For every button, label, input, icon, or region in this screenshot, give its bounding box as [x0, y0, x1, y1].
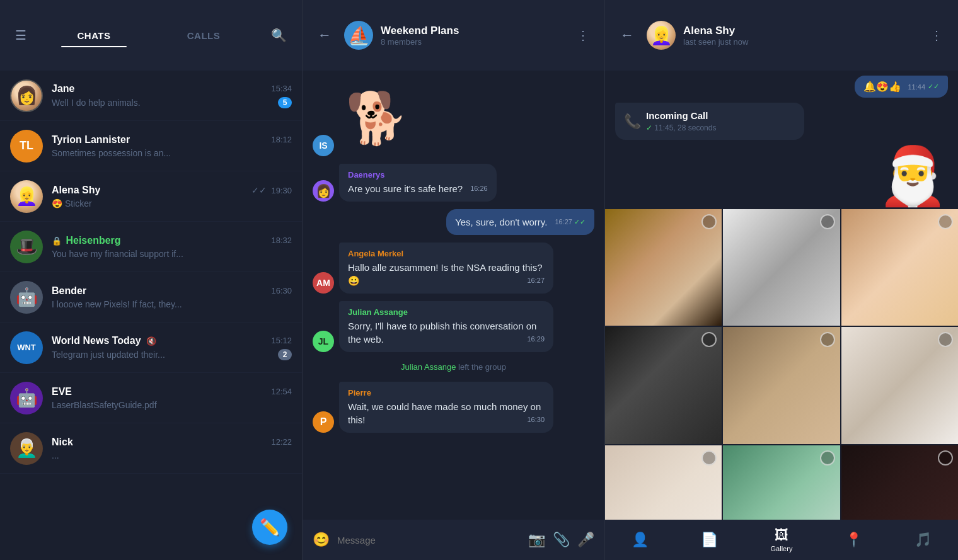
gallery-item[interactable] — [605, 445, 722, 520]
chat-preview: I looove new Pixels! If fact, they... — [52, 299, 292, 309]
select-checkbox[interactable] — [820, 332, 835, 347]
compose-button[interactable]: ✏️ — [252, 510, 287, 545]
profile-avatar: 👱‍♀️ — [647, 21, 676, 50]
message-text: Yes, sure, don't worry. — [455, 217, 547, 227]
profile-icon: 👤 — [632, 532, 649, 548]
chat-header: ← ⛵ Weekend Plans 8 members ⋮ — [303, 0, 604, 71]
list-item[interactable]: 👩 Jane 15:34 Well I do help animals. 5 — [0, 71, 302, 121]
menu-icon[interactable]: ☰ — [10, 23, 32, 48]
tab-location[interactable]: 📍 — [835, 529, 872, 551]
select-checkbox[interactable] — [938, 332, 953, 347]
list-item[interactable]: 🎩 🔒 Heisenberg 18:32 You have my financi… — [0, 222, 302, 272]
chat-info: World News Today 🔇 15:12 Telegram just u… — [52, 335, 292, 360]
list-item[interactable]: 🤖 Bender 16:30 I looove new Pixels! If f… — [0, 272, 302, 323]
chat-name: Alena Shy — [52, 185, 100, 196]
profile-bottom-tabs: 👤 📄 🖼 Gallery 📍 🎵 — [605, 520, 958, 560]
lock-icon: 🔒 — [52, 236, 62, 246]
chat-time: 18:32 — [271, 236, 292, 245]
profile-status: last seen just now — [683, 37, 918, 47]
more-options-button[interactable]: ⋮ — [925, 23, 948, 48]
profile-info: Alena Shy last seen just now — [683, 25, 918, 47]
gallery-item[interactable] — [723, 445, 840, 520]
tab-chats[interactable]: CHATS — [39, 25, 149, 46]
message-sender: Angela Merkel — [348, 249, 545, 258]
chat-detail-panel: ← ⛵ Weekend Plans 8 members ⋮ IS 🐕 👩 Dae… — [303, 0, 605, 560]
message-time: 16:27 ✓✓ — [555, 218, 586, 226]
message-input-bar: 😊 📷 📎 🎤 — [303, 520, 604, 560]
select-checkbox[interactable] — [701, 450, 717, 466]
chat-time: 18:12 — [271, 135, 292, 144]
gallery-item[interactable] — [605, 209, 722, 326]
camera-button[interactable]: 📷 — [528, 532, 545, 548]
group-avatar: ⛵ — [344, 21, 373, 50]
chat-name: 🔒 Heisenberg — [52, 235, 121, 246]
right-header: ← 👱‍♀️ Alena Shy last seen just now ⋮ — [605, 0, 958, 71]
left-header: ☰ CHATS CALLS 🔍 — [0, 0, 302, 71]
select-checkbox[interactable] — [938, 450, 953, 466]
chat-info: EVE 12:54 LaserBlastSafetyGuide.pdf — [52, 386, 292, 410]
gallery-item[interactable] — [605, 327, 722, 443]
gallery-item[interactable] — [841, 445, 958, 520]
list-item[interactable]: TL Tyrion Lannister 18:12 Sometimes poss… — [0, 121, 302, 171]
chat-info: Bender 16:30 I looove new Pixels! If fac… — [52, 285, 292, 309]
unread-badge: 5 — [278, 97, 292, 108]
message-bubble: Daenerys Are you sure it's safe here? 16… — [339, 164, 497, 202]
audio-icon: 🎵 — [915, 532, 932, 548]
chat-name: Jane — [52, 83, 74, 94]
tab-profile[interactable]: 👤 — [621, 529, 659, 551]
tab-gallery[interactable]: 🖼 Gallery — [761, 525, 803, 555]
back-button[interactable]: ← — [615, 22, 639, 49]
message-time: 11:44 — [908, 83, 925, 91]
chat-time: 12:22 — [271, 437, 292, 447]
chat-time: 12:54 — [271, 387, 292, 396]
avatar: TL — [10, 130, 43, 163]
select-checkbox[interactable] — [701, 332, 717, 347]
avatar: 👨‍🦳 — [10, 432, 43, 465]
tab-files[interactable]: 📄 — [691, 529, 728, 551]
back-button[interactable]: ← — [313, 22, 337, 49]
chat-info: Jane 15:34 Well I do help animals. 5 — [52, 83, 292, 108]
right-sticker: 🎅 — [605, 145, 958, 209]
chat-name: Tyrion Lannister — [52, 134, 130, 146]
chat-info: Tyrion Lannister 18:12 Sometimes possess… — [52, 134, 292, 158]
avatar: 🤖 — [10, 382, 43, 414]
chat-list: 👩 Jane 15:34 Well I do help animals. 5 — [0, 71, 302, 560]
gallery-item[interactable] — [841, 209, 958, 326]
select-checkbox[interactable] — [701, 214, 717, 229]
emoji-button[interactable]: 😊 — [313, 532, 330, 548]
gallery-item[interactable] — [841, 327, 958, 443]
tab-calls[interactable]: CALLS — [149, 25, 258, 46]
more-options-button[interactable]: ⋮ — [572, 23, 594, 48]
list-item[interactable]: 👱‍♀️ Alena Shy ✓✓ 19:30 😍 Sticker — [0, 171, 302, 222]
list-item[interactable]: 👨‍🦳 Nick 12:22 ... — [0, 423, 302, 474]
select-checkbox[interactable] — [938, 214, 953, 229]
gallery-tab-label: Gallery — [771, 545, 793, 552]
chat-time: ✓✓ 19:30 — [251, 185, 292, 195]
chat-info: Alena Shy ✓✓ 19:30 😍 Sticker — [52, 185, 292, 209]
left-tabs: CHATS CALLS — [39, 25, 258, 46]
select-checkbox[interactable] — [820, 214, 835, 229]
tab-audio[interactable]: 🎵 — [904, 529, 942, 551]
attach-button[interactable]: 📎 — [553, 532, 570, 548]
search-icon[interactable]: 🔍 — [266, 23, 292, 48]
incoming-message: P Pierre Wait, we could have made so muc… — [313, 382, 553, 433]
message-input[interactable] — [337, 535, 521, 546]
sticker-image: 🐕 — [339, 81, 415, 156]
list-item[interactable]: WNT World News Today 🔇 15:12 Telegram ju… — [0, 323, 302, 373]
message-avatar: IS — [313, 135, 334, 156]
incoming-message: AM Angela Merkel Hallo alle zusammen! Is… — [313, 243, 553, 294]
microphone-button[interactable]: 🎤 — [577, 532, 594, 548]
incoming-message: JL Julian Assange Sorry, I'll have to pu… — [313, 301, 553, 352]
list-item[interactable]: 🤖 EVE 12:54 LaserBlastSafetyGuide.pdf — [0, 373, 302, 423]
call-detail: ✓ 11:45, 28 seconds — [646, 123, 716, 132]
message-sender: Pierre — [348, 388, 545, 397]
gallery-item[interactable] — [723, 327, 840, 443]
gallery-item[interactable] — [723, 209, 840, 326]
chat-preview: 😍 Sticker — [52, 198, 292, 209]
call-message: 📞 Incoming Call ✓ 11:45, 28 seconds — [605, 100, 958, 145]
files-icon: 📄 — [701, 532, 718, 548]
avatar: 🤖 — [10, 281, 43, 314]
chat-name: Nick — [52, 437, 73, 448]
system-action: left the group — [458, 362, 506, 372]
select-checkbox[interactable] — [820, 450, 835, 466]
